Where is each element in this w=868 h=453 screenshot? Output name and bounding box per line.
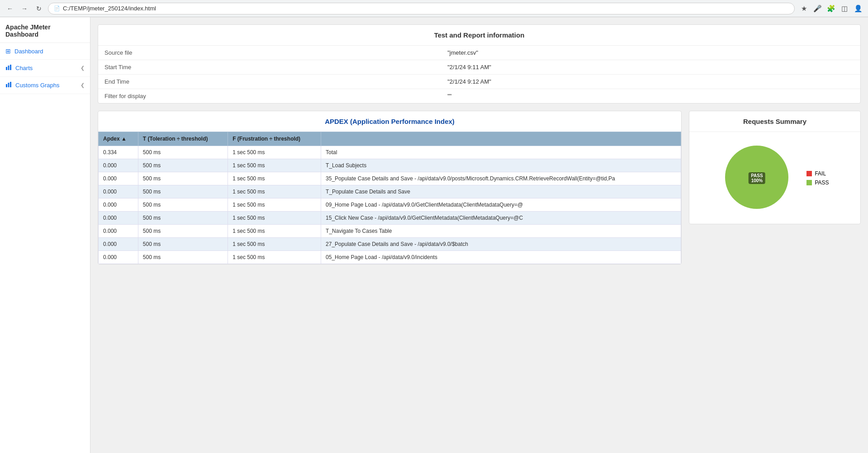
sidebar: Apache JMeter Dashboard ⊞ Dashboard Char… (0, 17, 90, 453)
info-label: Filter for display (98, 89, 441, 104)
svg-rect-5 (10, 82, 11, 87)
apdex-col-header: T (Toleration ÷ threshold) (138, 132, 228, 146)
sidebar-item-charts[interactable]: Charts ❮ (0, 60, 90, 77)
apdex-table-row: 0.000 500 ms 1 sec 500 ms 05_Home Page L… (99, 251, 681, 264)
apdex-value: 0.000 (99, 159, 138, 172)
info-label: Source file (98, 46, 441, 60)
apdex-table-row: 0.000 500 ms 1 sec 500 ms 27_Populate Ca… (99, 238, 681, 251)
apdex-table-row: 0.000 500 ms 1 sec 500 ms 09_Home Page L… (99, 198, 681, 212)
sidebar-toggle-button[interactable]: ◫ (839, 3, 850, 14)
requests-title: Requests Summary (689, 111, 860, 132)
info-table: Source file "jmeter.csv" Start Time "2/1… (98, 46, 860, 103)
apdex-label: 27_Populate Case Details and Save - /api… (321, 238, 681, 251)
sidebar-item-label: Dashboard (14, 48, 43, 55)
apdex-value: 0.000 (99, 198, 138, 212)
info-table-row: End Time "2/1/24 9:12 AM" (98, 75, 860, 89)
apdex-value: 0.000 (99, 172, 138, 185)
sidebar-item-customs-graphs[interactable]: Customs Graphs ❮ (0, 77, 90, 94)
apdex-t-value: 500 ms (138, 212, 228, 225)
svg-rect-1 (8, 66, 9, 70)
requests-panel: Requests Summary PASS 100% F (689, 111, 861, 224)
apdex-table-row: 0.334 500 ms 1 sec 500 ms Total (99, 146, 681, 159)
legend-item: PASS (806, 179, 829, 186)
chevron-icon: ❮ (81, 82, 85, 88)
apdex-panel: APDEX (Application Performance Index) Ap… (98, 111, 682, 264)
legend: FAIL PASS (806, 170, 829, 186)
apdex-t-value: 500 ms (138, 198, 228, 212)
info-label: Start Time (98, 60, 441, 75)
apdex-t-value: 500 ms (138, 185, 228, 198)
pie-pass-label: PASS (751, 173, 763, 178)
back-button[interactable]: ← (5, 3, 15, 14)
info-table-row: Source file "jmeter.csv" (98, 46, 860, 60)
svg-rect-4 (8, 83, 9, 87)
apdex-value: 0.334 (99, 146, 138, 159)
apdex-table-row: 0.000 500 ms 1 sec 500 ms T_Navigate To … (99, 225, 681, 238)
apdex-t-value: 500 ms (138, 172, 228, 185)
apdex-value: 0.000 (99, 225, 138, 238)
apdex-value: 0.000 (99, 212, 138, 225)
apdex-label: T_Load Subjects (321, 159, 681, 172)
apdex-col-header (321, 132, 681, 146)
apdex-t-value: 500 ms (138, 225, 228, 238)
apdex-label: 09_Home Page Load - /api/data/v9.0/GetCl… (321, 198, 681, 212)
legend-label: FAIL (815, 170, 826, 177)
app-layout: Apache JMeter Dashboard ⊞ Dashboard Char… (0, 17, 868, 453)
info-value: "jmeter.csv" (441, 46, 860, 60)
apdex-title: APDEX (Application Performance Index) (98, 111, 681, 132)
apdex-label: Total (321, 146, 681, 159)
apdex-f-value: 1 sec 500 ms (228, 238, 321, 251)
pie-label: PASS 100% (749, 172, 765, 184)
apdex-f-value: 1 sec 500 ms (228, 159, 321, 172)
legend-color (806, 180, 812, 185)
sidebar-item-dashboard[interactable]: ⊞ Dashboard (0, 43, 90, 60)
apdex-t-value: 500 ms (138, 146, 228, 159)
apdex-col-header: F (Frustration ÷ threshold) (228, 132, 321, 146)
apdex-f-value: 1 sec 500 ms (228, 172, 321, 185)
apdex-f-value: 1 sec 500 ms (228, 225, 321, 238)
extensions-button[interactable]: 🧩 (825, 3, 836, 14)
info-value: "2/1/24 9:11 AM" (441, 60, 860, 75)
legend-label: PASS (815, 179, 829, 186)
apdex-t-value: 500 ms (138, 159, 228, 172)
content-row: APDEX (Application Performance Index) Ap… (98, 111, 861, 264)
apdex-t-value: 500 ms (138, 238, 228, 251)
legend-color (806, 171, 812, 176)
address-bar[interactable]: 📄 C:/TEMP/jmeter_250124/index.html (48, 3, 795, 14)
charts-icon (5, 64, 12, 72)
mic-button[interactable]: 🎤 (812, 3, 823, 14)
main-content: Test and Report information Source file … (90, 17, 868, 453)
info-table-row: Start Time "2/1/24 9:11 AM" (98, 60, 860, 75)
apdex-f-value: 1 sec 500 ms (228, 185, 321, 198)
requests-content: PASS 100% FAIL PASS (689, 132, 860, 224)
apdex-t-value: 500 ms (138, 251, 228, 264)
apdex-label: 35_Populate Case Details and Save - /api… (321, 172, 681, 185)
info-panel: Test and Report information Source file … (98, 24, 861, 104)
bookmark-button[interactable]: ★ (798, 3, 809, 14)
forward-button[interactable]: → (19, 3, 30, 14)
sidebar-item-label: Customs Graphs (15, 82, 60, 89)
svg-rect-0 (6, 67, 7, 70)
profile-button[interactable]: 👤 (853, 3, 863, 14)
browser-chrome: ← → ↻ 📄 C:/TEMP/jmeter_250124/index.html… (0, 0, 868, 17)
apdex-table-row: 0.000 500 ms 1 sec 500 ms 15_Click New C… (99, 212, 681, 225)
apdex-label: T_Navigate To Cases Table (321, 225, 681, 238)
pie-chart: PASS 100% (721, 141, 793, 215)
apdex-table-row: 0.000 500 ms 1 sec 500 ms T_Load Subject… (99, 159, 681, 172)
apdex-f-value: 1 sec 500 ms (228, 212, 321, 225)
chevron-icon: ❮ (81, 65, 85, 71)
apdex-f-value: 1 sec 500 ms (228, 198, 321, 212)
svg-rect-2 (10, 65, 11, 70)
legend-item: FAIL (806, 170, 829, 177)
dashboard-icon: ⊞ (5, 47, 11, 55)
reload-button[interactable]: ↻ (33, 3, 44, 14)
info-panel-title: Test and Report information (98, 25, 860, 46)
apdex-label: 15_Click New Case - /api/data/v9.0/GetCl… (321, 212, 681, 225)
sidebar-item-label: Charts (15, 65, 33, 71)
apdex-table-row: 0.000 500 ms 1 sec 500 ms 35_Populate Ca… (99, 172, 681, 185)
apdex-value: 0.000 (99, 238, 138, 251)
info-table-row: Filter for display "" (98, 89, 860, 104)
info-label: End Time (98, 75, 441, 89)
apdex-label: 05_Home Page Load - /api/data/v9.0/incid… (321, 251, 681, 264)
apdex-table-row: 0.000 500 ms 1 sec 500 ms T_Populate Cas… (99, 185, 681, 198)
